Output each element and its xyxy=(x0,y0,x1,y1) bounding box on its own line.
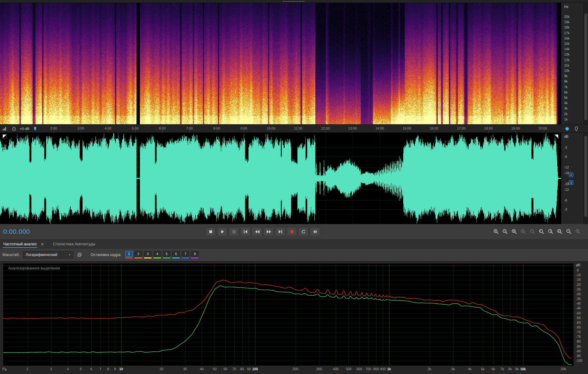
graph-hz-tick-label: 60 xyxy=(223,367,227,371)
graph-db-tick-label: -5 xyxy=(576,269,579,272)
copy-settings-icon[interactable] xyxy=(76,251,83,258)
graph-hz-tick-label: 3k xyxy=(451,367,455,371)
scale-dropdown[interactable]: Логарифмический ▾ xyxy=(23,251,73,259)
record-button[interactable] xyxy=(287,227,297,236)
db-tick-label: -6 xyxy=(564,155,567,158)
timeline-tick xyxy=(516,131,516,132)
frame-hold-button-5[interactable]: 5 xyxy=(163,251,170,259)
selection-corner-handle-right[interactable] xyxy=(554,134,559,139)
monitor-blue-icon[interactable] xyxy=(564,126,570,132)
timeline-labels: 2:003:004:005:006:007:008:009:0010:0011:… xyxy=(0,125,561,132)
timeline-label: 7:00 xyxy=(186,126,193,130)
frame-hold-button-8[interactable]: 8 xyxy=(191,251,199,259)
timeline-label: 11:00 xyxy=(294,126,302,130)
zoom-out-amplitude-icon[interactable] xyxy=(529,228,536,235)
zoom-in-amplitude-icon[interactable] xyxy=(520,228,527,235)
pause-button[interactable] xyxy=(229,227,239,236)
graph-db-tick-label: -10 xyxy=(576,274,580,277)
timeline-tick xyxy=(543,131,543,132)
pin-icon[interactable] xyxy=(573,126,580,132)
graph-hz-tick-label: 90 xyxy=(247,367,251,371)
frame-hold-button-7[interactable]: 7 xyxy=(182,251,189,259)
graph-hz-tick-label: 20k xyxy=(561,367,566,371)
channel-badge-2[interactable]: 2 xyxy=(569,180,573,185)
graph-hz-tick-label: 4 xyxy=(67,367,69,371)
zoom-selection-disabled-icon[interactable] xyxy=(575,228,581,235)
zoom-out-time-icon[interactable] xyxy=(502,228,508,235)
analyzed-selection-label: Анализированное выделение xyxy=(8,266,60,270)
loop-playback-button[interactable] xyxy=(298,227,308,236)
stop-button[interactable] xyxy=(206,227,216,236)
frame-hold-button-6[interactable]: 6 xyxy=(172,251,180,259)
time-display[interactable]: 0:00.000 xyxy=(3,228,30,235)
timeline-label: 3:00 xyxy=(78,126,84,130)
graph-hz-tick-label: 900 xyxy=(380,367,386,371)
graph-db-tick-label: -25 xyxy=(576,288,580,291)
zoom-full-icon[interactable] xyxy=(511,228,517,235)
panel-menu-icon[interactable]: ≡ xyxy=(41,242,44,247)
graph-hz-tick-label: 5k xyxy=(481,367,484,371)
spectrogram-canvas[interactable] xyxy=(0,3,561,124)
gain-readout[interactable]: +0 dB xyxy=(20,127,29,131)
zoom-to-selection-icon[interactable] xyxy=(557,228,563,235)
waveform-zoom-scrollbar[interactable] xyxy=(583,133,588,224)
tab-amplitude-statistics[interactable]: Статистика Амплитуды xyxy=(52,240,96,248)
frame-hold-button-3[interactable]: 3 xyxy=(144,251,152,259)
levels-meter-icon[interactable] xyxy=(2,126,8,132)
frame-hold-button-1[interactable]: 1 xyxy=(125,251,133,259)
pin-blue-icon[interactable] xyxy=(32,126,38,132)
frame-hold-button-4[interactable]: 4 xyxy=(153,251,161,259)
freq-tick-label: 5k xyxy=(564,96,568,99)
freq-tick-label: 11k xyxy=(564,64,569,67)
frame-hold-color-swatch xyxy=(182,257,189,259)
frame-hold-button-2[interactable]: 2 xyxy=(135,251,142,259)
graph-hz-tick-label: 8 xyxy=(107,367,109,371)
frame-hold-label: Остановка кадра: xyxy=(91,253,121,257)
waveform-canvas[interactable] xyxy=(0,133,561,224)
graph-hz-tick-label: 100 xyxy=(252,367,258,371)
freq-tick-label: 15k xyxy=(564,42,569,45)
selection-corner-handle-left[interactable] xyxy=(3,134,7,139)
zoom-reset-icon[interactable] xyxy=(566,228,572,235)
rewind-button[interactable] xyxy=(252,227,262,236)
panel-drag-handle[interactable] xyxy=(0,0,588,3)
timeline-label: 10:00 xyxy=(267,126,275,130)
timeline-label: 15:00 xyxy=(403,126,411,130)
freq-tick-label: 4k xyxy=(564,101,568,104)
freq-tick-label: 19k xyxy=(564,20,569,24)
graph-hz-tick-label: 2 xyxy=(27,367,29,371)
timeline-ruler[interactable]: 2:003:004:005:006:007:008:009:0010:0011:… xyxy=(0,124,588,133)
graph-hz-tick-label: 80 xyxy=(240,367,244,371)
graph-hz-tick-label: 800 xyxy=(373,367,379,371)
skip-to-start-button[interactable] xyxy=(240,227,250,236)
transport-bar: 0:00.000 xyxy=(0,224,588,240)
channel-badge-1[interactable]: 1 xyxy=(569,173,573,177)
timeline-label: 8:00 xyxy=(213,126,220,130)
waveform-scroll-thumb[interactable] xyxy=(584,136,587,217)
spectral-zoom-scrollbar[interactable] xyxy=(583,3,588,124)
graph-db-tick-label: -15 xyxy=(576,278,580,281)
graph-hz-tick-label: 200 xyxy=(293,367,298,371)
zoom-in-time-icon[interactable] xyxy=(493,228,499,235)
zoom-to-in-point-icon[interactable] xyxy=(538,228,545,235)
frequency-graph-canvas xyxy=(3,264,574,366)
skip-selection-button[interactable] xyxy=(310,227,320,236)
freq-tick-label: 6k xyxy=(564,91,568,94)
fast-forward-button[interactable] xyxy=(264,227,274,236)
skip-to-end-button[interactable] xyxy=(275,227,285,236)
scale-dropdown-value: Логарифмический xyxy=(26,253,57,257)
graph-hz-tick-label: 400 xyxy=(333,367,339,371)
graph-hz-tick-label: 6k xyxy=(492,367,495,371)
freq-tick-label: 1k xyxy=(564,118,568,121)
hz-axis-label: Гц xyxy=(3,367,6,371)
clock-icon[interactable] xyxy=(11,126,17,132)
freq-tick-label: 14k xyxy=(564,47,569,51)
spectral-scroll-thumb[interactable] xyxy=(584,13,587,120)
tab-frequency-analysis[interactable]: Частотный анализ xyxy=(3,240,37,248)
play-button[interactable] xyxy=(217,227,227,236)
frame-hold-color-swatch xyxy=(125,257,133,259)
zoom-to-out-point-icon[interactable] xyxy=(548,228,554,235)
spectral-display-section: Hz 20k19k18k17k16k15k14k13k12k11k10k9k8k… xyxy=(0,3,588,124)
graph-db-tick-label: -55 xyxy=(576,317,580,320)
graph-db-tick-label: -40 xyxy=(576,302,580,305)
